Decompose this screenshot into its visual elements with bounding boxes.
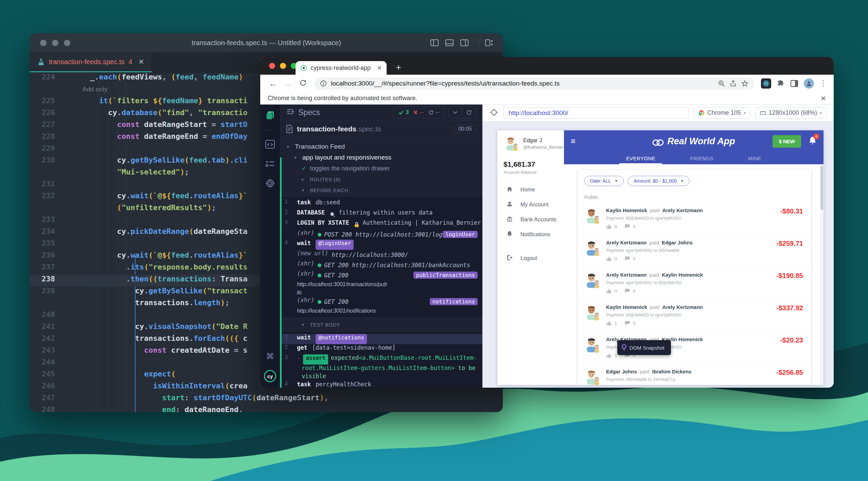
transaction-row[interactable]: Arely Kertzmann paid Kaylin HomenickPaym… <box>578 266 811 299</box>
new-tab-button[interactable]: + <box>393 62 404 73</box>
viewport-select[interactable]: 1280x1000 (68%)▾ <box>756 107 826 119</box>
test-results-icon[interactable] <box>265 159 275 169</box>
tab-everyone[interactable]: EVERYONE <box>624 152 657 164</box>
toggle-panel-icon[interactable] <box>445 39 454 46</box>
aut-url-field[interactable]: http://localhost:3000/ <box>503 107 689 119</box>
avatar <box>584 336 601 353</box>
like-icon[interactable] <box>606 320 612 326</box>
section-before-each[interactable]: ▾BEFORE EACH <box>280 185 482 196</box>
back-icon[interactable]: ← <box>267 79 279 89</box>
like-icon[interactable] <box>606 256 612 261</box>
section-test-body[interactable]: ▾TEST BODY <box>280 319 482 330</box>
notifications-bell[interactable]: 8 <box>809 136 817 146</box>
log-assert-row[interactable]: 3-assertexpected <a.MuiButtonBase-root.M… <box>280 354 482 365</box>
scrollbar[interactable] <box>820 164 823 385</box>
chrome-browser-icon <box>698 110 705 116</box>
scrollbar-thumb[interactable] <box>820 166 823 210</box>
page-info-icon[interactable] <box>320 80 327 87</box>
transaction-row[interactable]: Arely Kertzmann paid Edgar JohnsPayment:… <box>578 234 811 266</box>
log-command-row[interactable]: 4taskpercyHealthCheck <box>280 381 482 388</box>
minimize-window-icon[interactable] <box>280 63 286 69</box>
tab-close-icon[interactable]: ✕ <box>377 64 382 72</box>
toggle-secondary-sidebar-icon[interactable] <box>460 39 468 46</box>
toggle-sidebar-icon[interactable] <box>430 39 439 46</box>
react-devtools-icon[interactable] <box>761 78 771 89</box>
chrome-traffic-lights[interactable] <box>269 63 297 69</box>
list-label: Public <box>578 186 811 202</box>
sidebar-item-my-account[interactable]: My Account <box>497 197 564 212</box>
log-newurl-row[interactable]: (new url)http://localhost:3000/ <box>280 250 482 260</box>
comment-icon[interactable] <box>624 224 630 229</box>
comment-icon[interactable] <box>624 256 630 261</box>
like-icon[interactable] <box>606 224 612 229</box>
selector-playground-icon[interactable] <box>490 108 498 118</box>
log-command-row[interactable]: 1taskdb:seed <box>280 199 482 209</box>
tab-close-icon[interactable]: ✕ <box>138 58 144 66</box>
collapse-reporter-icon[interactable] <box>286 108 294 116</box>
close-window-icon[interactable] <box>269 63 275 69</box>
log-command-row[interactable]: 2DATABASEfiltering within users data <box>280 209 482 219</box>
extensions-puzzle-icon[interactable] <box>777 79 785 88</box>
log-xhr-row[interactable]: (xhr)GET 200 publicTransactions <box>280 270 482 280</box>
tab-mine[interactable]: MINE <box>746 152 763 164</box>
suite-app-layout[interactable]: ▾app layout and responsiveness <box>280 152 482 163</box>
amount-filter[interactable]: Amount: $0 - $1,000▼ <box>628 176 690 186</box>
log-xhr-row[interactable]: (xhr)GET 200 http://localhost:3001/bankA… <box>280 260 482 270</box>
infobar-close-icon[interactable]: ✕ <box>820 94 826 103</box>
log-command-name: get <box>297 344 307 354</box>
reload-icon[interactable] <box>297 79 309 89</box>
like-icon[interactable] <box>606 288 612 294</box>
specs-icon[interactable] <box>265 110 275 122</box>
bookmark-star-icon[interactable] <box>741 80 749 88</box>
zoom-icon[interactable] <box>718 80 725 87</box>
section-routes[interactable]: ▸ROUTES (6) <box>280 174 482 185</box>
url-bar[interactable]: localhost:3000/__/#/specs/runner?file=cy… <box>315 77 754 90</box>
sidebar-item-bank-accounts[interactable]: Bank Accounts <box>497 212 564 227</box>
spec-ext: .spec.ts <box>356 125 381 133</box>
log-xhr-row[interactable]: (xhr)POST 200 http://localhost:3001/logi… <box>280 229 482 240</box>
sidebar-item-home[interactable]: Home <box>497 182 564 197</box>
url-text[interactable]: localhost:3000/__/#/specs/runner?file=cy… <box>331 80 714 87</box>
log-command-row[interactable]: 2get[data-test=sidenav-home] <box>280 344 482 354</box>
side-panel-icon[interactable] <box>790 80 798 87</box>
log-command-row[interactable]: 1wait@notifications <box>280 334 482 344</box>
transaction-row[interactable]: Edgar Johns paid Ibrahim DickensPayment:… <box>578 363 811 385</box>
profile-avatar[interactable] <box>804 78 814 89</box>
transaction-row[interactable]: Kaylin Homenick paid Arely KertzmannPaym… <box>578 202 811 234</box>
cypress-logo[interactable]: cy <box>264 370 276 382</box>
log-command-row[interactable]: 4wait@loginUser <box>280 240 482 250</box>
log-command-row[interactable]: 3LOGIN BY XSTATEAuthenticating | Kathari… <box>280 219 482 229</box>
browser-tab[interactable]: cypress-realworld-app ✕ <box>296 61 387 75</box>
collapse-all-icon[interactable] <box>449 107 462 118</box>
settings-gear-icon[interactable] <box>265 178 275 190</box>
log-command-args: [data-test=sidenav-home] <box>312 344 396 354</box>
tab-friends[interactable]: FRIENDS <box>688 152 715 164</box>
menu-kebab-icon[interactable]: ⋮ <box>819 79 827 88</box>
specs-title[interactable]: Specs <box>298 108 389 117</box>
transaction-detail: Payment: t45AiwidW to 24VniajY1y <box>606 377 803 382</box>
keyboard-shortcuts-icon[interactable]: ⌘ <box>266 352 274 361</box>
transaction-row[interactable]: Kaylin Homenick paid Arely KertzmannPaym… <box>578 299 811 331</box>
rerun-icon[interactable] <box>462 107 476 118</box>
new-transaction-button[interactable]: $ NEW <box>773 135 801 148</box>
spec-file-row[interactable]: transaction-feeds.spec.ts 00:05 <box>280 121 482 137</box>
sidebar-item-notifications[interactable]: Notifications <box>497 227 564 242</box>
editor-tab-transaction-feeds[interactable]: transaction-feeds.spec.ts 4 ✕ <box>30 52 152 72</box>
log-xhr-row[interactable]: (xhr)GET 200 notifications <box>280 297 482 307</box>
date-filter[interactable]: Date: ALL▼ <box>584 176 624 186</box>
transaction-row[interactable]: Arely Kertzmann paid Kaylin HomenickPaym… <box>578 331 811 363</box>
drawer-toggle-icon[interactable]: ≡ <box>571 136 584 146</box>
customize-layout-icon[interactable] <box>479 39 493 46</box>
browser-select[interactable]: Chrome 105▾ <box>694 107 750 119</box>
sidebar-item-label: Bank Accounts <box>520 217 556 223</box>
like-icon[interactable] <box>606 353 612 358</box>
sidebar-item-logout[interactable]: Logout <box>497 251 564 266</box>
line-number: 233 <box>30 215 64 227</box>
code-window-icon[interactable] <box>265 140 275 150</box>
comment-icon[interactable] <box>624 320 630 326</box>
suite-transaction-feed[interactable]: ▾Transaction Feed <box>280 141 482 152</box>
share-icon[interactable] <box>729 80 737 87</box>
test-body-log: 1wait@notifications2get[data-test=sidena… <box>280 332 482 388</box>
test-toggles-nav-drawer[interactable]: ✓toggles the navigation drawer <box>280 163 482 174</box>
comment-icon[interactable] <box>624 288 630 294</box>
